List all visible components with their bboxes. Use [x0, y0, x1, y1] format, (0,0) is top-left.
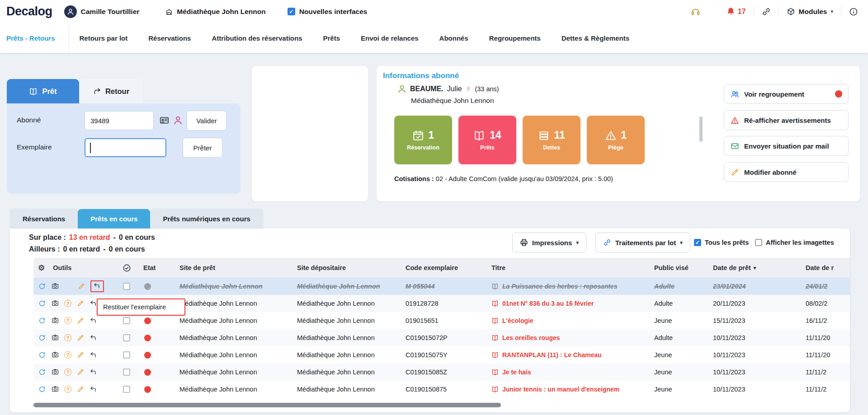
- subscriber-icon[interactable]: [173, 116, 183, 125]
- nav-prets[interactable]: Prêts: [312, 23, 350, 53]
- header-site-depositaire[interactable]: Site dépositaire: [292, 258, 400, 278]
- row-checkbox[interactable]: [123, 368, 130, 376]
- tous-les-prets-toggle[interactable]: ✓ Tous les prêts: [694, 239, 749, 246]
- tab-prets-en-cours[interactable]: Prêts en cours: [78, 209, 150, 228]
- select-all-icon[interactable]: [123, 264, 131, 272]
- library-block[interactable]: Médiathèque John Lennon: [165, 8, 265, 16]
- help-icon[interactable]: ?: [64, 334, 71, 341]
- user-block[interactable]: Camille Tourtillier: [64, 5, 140, 18]
- nav-attribution-reservations[interactable]: Attribution des réservations: [201, 23, 312, 53]
- nav-envoi-relances[interactable]: Envoi de relances: [350, 23, 429, 53]
- table-row[interactable]: ? Médiathèque John Lennon Médiathèque Jo…: [33, 364, 850, 381]
- table-row[interactable]: ? Médiathèque John Lennon Médiathèque Jo…: [33, 346, 850, 364]
- row-checkbox[interactable]: [123, 351, 130, 359]
- renew-loan-icon[interactable]: [38, 282, 46, 290]
- title-link[interactable]: RANTANPLAN (11) : Le Chameau: [502, 351, 602, 359]
- title-link[interactable]: Junior tennis : un manuel d'enseignem: [502, 386, 619, 393]
- horizontal-scrollbar[interactable]: [33, 403, 501, 407]
- stat-piege[interactable]: 1 Piège: [587, 116, 645, 164]
- help-icon[interactable]: ?: [64, 317, 71, 324]
- support-icon[interactable]: [691, 7, 700, 16]
- return-item-icon[interactable]: [90, 385, 98, 393]
- voir-regroupement-button[interactable]: Voir regroupement: [724, 84, 849, 104]
- row-checkbox[interactable]: [123, 386, 130, 393]
- stat-dettes[interactable]: 11 Dettes: [523, 116, 580, 164]
- header-titre[interactable]: Titre: [486, 258, 649, 278]
- tab-reservations[interactable]: Réservations: [10, 209, 78, 228]
- renew-loan-icon[interactable]: [38, 317, 46, 325]
- camera-icon[interactable]: [51, 368, 59, 376]
- title-link[interactable]: 01net N° 836 du 3 au 16 février: [502, 300, 594, 307]
- nav-retours-par-lot[interactable]: Retours par lot: [69, 23, 138, 53]
- modules-menu[interactable]: Modules ▾: [787, 7, 833, 16]
- camera-icon[interactable]: [51, 334, 59, 342]
- edit-icon[interactable]: [76, 334, 85, 342]
- camera-icon[interactable]: [51, 299, 59, 308]
- return-item-icon[interactable]: [93, 282, 101, 290]
- title-link[interactable]: La Puissance des herbes : reposantes: [502, 283, 617, 290]
- renew-loan-icon[interactable]: [38, 385, 46, 393]
- afficher-imagettes-toggle[interactable]: Afficher les imagettes: [755, 239, 834, 246]
- renew-loan-icon[interactable]: [38, 351, 46, 359]
- help-icon[interactable]: ?: [64, 300, 71, 307]
- tab-prets-numeriques[interactable]: Prêts numériques en cours: [150, 209, 263, 228]
- table-row[interactable]: ? Médiathèque John Lennon Médiathèque Jo…: [33, 329, 850, 346]
- return-item-icon[interactable]: [90, 317, 98, 325]
- header-date-retour[interactable]: Date de r: [800, 258, 850, 278]
- impressions-button[interactable]: Impressions ▾: [512, 233, 586, 252]
- card-icon[interactable]: [160, 116, 169, 125]
- row-checkbox[interactable]: [123, 283, 130, 290]
- header-site-pret[interactable]: Site de prêt: [174, 258, 292, 278]
- tab-pret[interactable]: Prêt: [7, 79, 79, 103]
- valider-button[interactable]: Valider: [187, 111, 226, 131]
- traitements-par-lot-button[interactable]: Traitements par lot ▾: [595, 233, 690, 252]
- title-link[interactable]: Je te hais: [502, 368, 531, 376]
- renew-loan-icon[interactable]: [38, 299, 46, 308]
- tous-les-prets-checkbox[interactable]: ✓: [694, 239, 701, 246]
- table-row[interactable]: ? Médiathèque John Lennon Médiathèque Jo…: [33, 381, 850, 398]
- camera-icon[interactable]: [51, 317, 59, 325]
- reafficher-avertissements-button[interactable]: Ré-afficher avertissements: [724, 110, 849, 130]
- edit-icon[interactable]: [76, 299, 85, 308]
- header-public[interactable]: Public visé: [649, 258, 708, 278]
- info-icon[interactable]: [849, 7, 858, 16]
- gear-icon[interactable]: ⚙: [38, 263, 45, 273]
- row-checkbox[interactable]: [123, 317, 130, 324]
- edit-icon[interactable]: [76, 317, 85, 325]
- edit-icon[interactable]: [76, 368, 85, 376]
- decalog-logo[interactable]: Decalog: [6, 5, 52, 19]
- header-date-pret[interactable]: Date de prêt▾: [708, 258, 800, 278]
- exemplaire-input[interactable]: [85, 138, 166, 157]
- nav-abonnes[interactable]: Abonnés: [429, 23, 479, 53]
- row-checkbox[interactable]: [123, 334, 130, 341]
- new-interfaces-toggle[interactable]: ✓ Nouvelles interfaces: [288, 8, 368, 16]
- help-icon[interactable]: ?: [64, 351, 71, 359]
- link-icon[interactable]: [762, 7, 771, 16]
- stat-prets[interactable]: 14 Prêts: [458, 116, 516, 164]
- help-icon[interactable]: ?: [64, 386, 71, 393]
- nav-regroupements[interactable]: Regroupements: [479, 23, 551, 53]
- abonne-input[interactable]: [85, 111, 154, 130]
- tab-retour[interactable]: Retour: [79, 79, 143, 103]
- table-row[interactable]: Médiathèque John Lennon Médiathèque John…: [33, 278, 850, 295]
- vertical-scrollbar[interactable]: [699, 117, 703, 142]
- return-item-icon[interactable]: [90, 351, 98, 359]
- camera-icon[interactable]: [51, 385, 59, 393]
- renew-loan-icon[interactable]: [38, 334, 46, 342]
- nav-dettes-reglements[interactable]: Dettes & Règlements: [551, 23, 640, 53]
- preter-button[interactable]: Prêter: [183, 138, 222, 158]
- return-item-icon[interactable]: [90, 368, 98, 376]
- camera-icon[interactable]: [51, 282, 59, 290]
- edit-icon[interactable]: [76, 385, 85, 393]
- edit-icon[interactable]: [76, 351, 85, 359]
- renew-loan-icon[interactable]: [38, 368, 46, 376]
- header-code[interactable]: Code exemplaire: [400, 258, 486, 278]
- new-interfaces-checkbox[interactable]: ✓: [288, 8, 295, 15]
- camera-icon[interactable]: [51, 351, 59, 359]
- nav-prets-retours[interactable]: Prêts - Retours: [6, 23, 69, 53]
- envoyer-situation-button[interactable]: Envoyer situation par mail: [724, 136, 849, 156]
- edit-icon[interactable]: [77, 282, 85, 290]
- help-icon[interactable]: ?: [64, 368, 71, 376]
- return-item-icon[interactable]: [90, 334, 98, 342]
- notifications-block[interactable]: 17: [726, 7, 746, 16]
